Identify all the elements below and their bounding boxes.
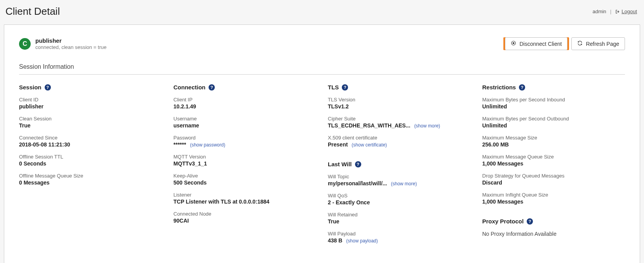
label: Offline Message Queue Size bbox=[19, 173, 162, 179]
show-more-topic-link[interactable]: (show more) bbox=[391, 181, 417, 186]
logout-icon bbox=[615, 9, 620, 14]
label: Maximum Message Queue Size bbox=[482, 154, 625, 160]
field-will-topic: Will Topic my/personal/last/will/... (sh… bbox=[328, 174, 471, 186]
header-buttons: Disconnect Client Refresh Page bbox=[505, 37, 625, 50]
restrictions-group-title: Restrictions ? bbox=[482, 84, 625, 91]
disconnect-label: Disconnect Client bbox=[519, 41, 562, 47]
logout-label: Logout bbox=[621, 9, 637, 14]
value: 500 Seconds bbox=[174, 179, 317, 186]
field-will-qos: Will QoS 2 - Exactly Once bbox=[328, 193, 471, 206]
label: Connected Node bbox=[174, 211, 317, 217]
field-offline-ttl: Offline Session TTL 0 Seconds bbox=[19, 154, 162, 167]
label: Maximum Message Size bbox=[482, 135, 625, 141]
value: 0 Messages bbox=[19, 179, 162, 186]
value: username bbox=[174, 122, 317, 129]
value: 0 Seconds bbox=[19, 160, 162, 167]
field-username: Username username bbox=[174, 116, 317, 129]
label: Listener bbox=[174, 192, 317, 198]
value: 2 - Exactly Once bbox=[328, 199, 471, 206]
show-more-cipher-link[interactable]: (show more) bbox=[414, 123, 440, 129]
value: 256.00 MB bbox=[482, 141, 625, 148]
field-cipher-suite: Cipher Suite TLS_ECDHE_RSA_WITH_AES... (… bbox=[328, 116, 471, 129]
field-clean-session: Clean Session True bbox=[19, 116, 162, 129]
label: Maximum Inflight Queue Size bbox=[482, 192, 625, 198]
tls-title-text: TLS bbox=[328, 84, 339, 91]
label: Clean Session bbox=[19, 116, 162, 122]
session-info-title: Session Information bbox=[19, 63, 625, 75]
restrictions-title-text: Restrictions bbox=[482, 84, 516, 91]
label: Offline Session TTL bbox=[19, 154, 162, 160]
refresh-icon bbox=[577, 40, 583, 47]
client-subtitle: connected, clean session = true bbox=[35, 44, 106, 50]
field-mqtt-version: MQTT Version MQTTv3_1_1 bbox=[174, 154, 317, 167]
value: TCP Listener with TLS at 0.0.0.0:1884 bbox=[174, 199, 317, 205]
value: ****** (show password) bbox=[174, 141, 317, 148]
label: X.509 client certificate bbox=[328, 135, 471, 141]
help-icon[interactable]: ? bbox=[355, 161, 361, 167]
help-icon[interactable]: ? bbox=[527, 218, 533, 225]
show-certificate-link[interactable]: (show certificate) bbox=[352, 142, 387, 148]
help-icon[interactable]: ? bbox=[209, 84, 215, 91]
field-connected-node: Connected Node 90CAI bbox=[174, 211, 317, 224]
proxy-group-title: Proxy Protocol ? bbox=[482, 218, 625, 225]
show-payload-link[interactable]: (show payload) bbox=[346, 238, 378, 244]
help-icon[interactable]: ? bbox=[519, 84, 525, 91]
value: 10.2.1.49 bbox=[174, 103, 317, 110]
connection-title-text: Connection bbox=[174, 84, 206, 91]
client-avatar: C bbox=[19, 38, 31, 50]
cipher-value: TLS_ECDHE_RSA_WITH_AES... bbox=[328, 122, 410, 129]
label: Client IP bbox=[174, 97, 317, 103]
label: TLS Version bbox=[328, 97, 471, 103]
label: Connected Since bbox=[19, 135, 162, 141]
col-session: Session ? Client ID publisher Clean Sess… bbox=[19, 84, 162, 250]
field-client-id: Client ID publisher bbox=[19, 97, 162, 110]
label: Password bbox=[174, 135, 317, 141]
value: TLS_ECDHE_RSA_WITH_AES... (show more) bbox=[328, 122, 471, 129]
label: Client ID bbox=[19, 97, 162, 103]
client-header: C publisher connected, clean session = t… bbox=[19, 37, 106, 50]
field-x509-cert: X.509 client certificate Present (show c… bbox=[328, 135, 471, 148]
show-password-link[interactable]: (show password) bbox=[190, 142, 225, 148]
field-listener: Listener TCP Listener with TLS at 0.0.0.… bbox=[174, 192, 317, 205]
field-client-ip: Client IP 10.2.1.49 bbox=[174, 97, 317, 110]
session-title-text: Session bbox=[19, 84, 42, 91]
refresh-page-button[interactable]: Refresh Page bbox=[571, 37, 625, 50]
value: publisher bbox=[19, 103, 162, 110]
field-will-retained: Will Retained True bbox=[328, 212, 471, 225]
value: MQTTv3_1_1 bbox=[174, 160, 317, 167]
field-offline-queue: Offline Message Queue Size 0 Messages bbox=[19, 173, 162, 186]
field-max-queue-size: Maximum Message Queue Size 1,000 Message… bbox=[482, 154, 625, 167]
value: 2018-05-08 11:21:30 bbox=[19, 141, 162, 148]
label: Keep-Alive bbox=[174, 173, 317, 179]
proxy-none-text: No Proxy Information Available bbox=[482, 231, 625, 237]
label: Will Topic bbox=[328, 174, 471, 179]
field-drop-strategy: Drop Strategy for Queued Messages Discar… bbox=[482, 173, 625, 186]
field-password: Password ****** (show password) bbox=[174, 135, 317, 148]
logout-link[interactable]: Logout bbox=[615, 9, 637, 14]
col-connection: Connection ? Client IP 10.2.1.49 Usernam… bbox=[174, 84, 317, 250]
current-user: admin bbox=[592, 9, 606, 14]
help-icon[interactable]: ? bbox=[45, 84, 51, 91]
value: Discard bbox=[482, 179, 625, 186]
value: True bbox=[19, 122, 162, 129]
will-payload-value: 438 B bbox=[328, 237, 342, 244]
password-masked: ****** bbox=[174, 141, 186, 148]
help-icon[interactable]: ? bbox=[342, 84, 348, 91]
value: Unlimited bbox=[482, 103, 625, 110]
col-tls-lastwill: TLS ? TLS Version TLSv1.2 Cipher Suite T… bbox=[328, 84, 471, 250]
col-restrictions-proxy: Restrictions ? Maximum Bytes per Second … bbox=[482, 84, 625, 250]
field-will-payload: Will Payload 438 B (show payload) bbox=[328, 231, 471, 244]
field-max-msg-size: Maximum Message Size 256.00 MB bbox=[482, 135, 625, 148]
field-keep-alive: Keep-Alive 500 Seconds bbox=[174, 173, 317, 186]
tls-group-title: TLS ? bbox=[328, 84, 471, 91]
value: my/personal/last/will/... (show more) bbox=[328, 180, 471, 186]
label: MQTT Version bbox=[174, 154, 317, 160]
user-area: admin | Logout bbox=[592, 9, 637, 14]
label: Cipher Suite bbox=[328, 116, 471, 122]
value: 1,000 Messages bbox=[482, 199, 625, 205]
disconnect-client-button[interactable]: Disconnect Client bbox=[505, 37, 567, 50]
divider: | bbox=[610, 9, 611, 14]
label: Drop Strategy for Queued Messages bbox=[482, 173, 625, 179]
field-max-outbound: Maximum Bytes per Second Outbound Unlimi… bbox=[482, 116, 625, 129]
value: TLSv1.2 bbox=[328, 103, 471, 110]
